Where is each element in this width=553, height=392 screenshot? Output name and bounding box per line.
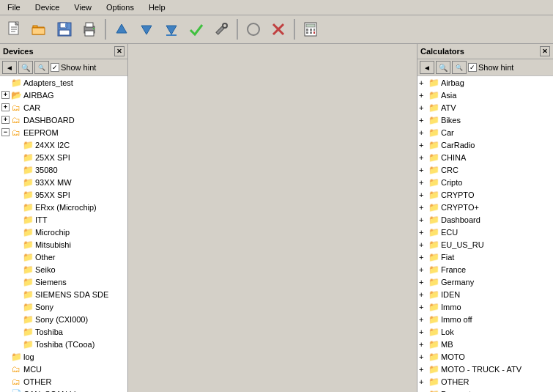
calc-item-eu_us_ru[interactable]: +📁EU_US_RU — [417, 238, 553, 251]
menu-file[interactable]: File — [3, 1, 25, 13]
calc-back-btn[interactable]: ◄ — [420, 61, 434, 74]
tree-item-sony_cxi000[interactable]: 📁Sony (CXI000) — [0, 313, 127, 325]
calculators-panel-close[interactable]: ✕ — [540, 46, 550, 56]
circle-button[interactable] — [242, 18, 265, 41]
tree-item-dashboard[interactable]: +🗂DASHBOARD — [0, 114, 127, 126]
tree-item-toshiba[interactable]: 📁Toshiba — [0, 325, 127, 338]
expand-spacer-other_calc: + — [419, 377, 427, 386]
calc-item-iden[interactable]: +📁IDEN — [417, 288, 553, 300]
calculators-panel-header: Calculators ✕ — [417, 44, 553, 59]
devices-search2-btn[interactable]: 🔍 — [34, 61, 49, 74]
calc-item-dashboard[interactable]: +📁Dashboard — [417, 213, 553, 226]
tree-label-adapters_test: Adapters_test — [23, 78, 73, 87]
devices-panel-close[interactable]: ✕ — [114, 46, 125, 56]
calc-item-atv[interactable]: +📁ATV — [417, 101, 553, 114]
tree-item-other_root[interactable]: 🗂OTHER — [0, 375, 127, 388]
expand-icon-dashboard[interactable]: + — [1, 116, 10, 124]
calc-item-cripto[interactable]: +📁Cripto — [417, 176, 553, 188]
expand-icon-airbag[interactable]: + — [1, 91, 10, 99]
tree-item-25xx_spi[interactable]: 📁25XX SPI — [0, 151, 127, 163]
folder-icon-itt: 📁 — [22, 215, 34, 224]
calc-item-airbag[interactable]: +📁Airbag — [417, 76, 553, 89]
calc-search2-btn[interactable]: 🔍 — [452, 61, 467, 74]
calc-item-crypto[interactable]: +📁CRYPTO — [417, 188, 553, 201]
show-hint-checkbox[interactable]: ✓ — [51, 63, 59, 72]
tree-item-mcu[interactable]: 🗂MCU — [0, 363, 127, 375]
calc-item-germany[interactable]: +📁Germany — [417, 275, 553, 288]
calc-item-china[interactable]: +📁CHINA — [417, 151, 553, 163]
tree-item-other[interactable]: 📁Other — [0, 251, 127, 263]
down-button[interactable] — [135, 18, 158, 41]
close-button[interactable] — [267, 18, 290, 41]
calc-item-car[interactable]: +📁Car — [417, 126, 553, 138]
tree-item-eeprom[interactable]: −🗂EEPROM — [0, 126, 127, 138]
svg-rect-28 — [310, 29, 312, 31]
tree-item-93xx_mw[interactable]: 📁93XX MW — [0, 176, 127, 188]
calc-item-mb[interactable]: +📁MB — [417, 338, 553, 350]
expand-icon-eeprom[interactable]: − — [1, 128, 10, 136]
show-hint-container: ✓ Show hint — [51, 63, 96, 72]
calc-item-moto[interactable]: +📁MOTO — [417, 350, 553, 363]
calc-item-bikes[interactable]: +📁Bikes — [417, 114, 553, 126]
calc-folder-icon-peugeot: 📁 — [428, 390, 439, 393]
up-button[interactable] — [110, 18, 133, 41]
calc-item-immo[interactable]: +📁Immo — [417, 300, 553, 313]
menu-device[interactable]: Device — [31, 1, 64, 13]
tree-item-adapters_test[interactable]: 📁Adapters_test — [0, 76, 127, 89]
calculators-list[interactable]: +📁Airbag+📁Asia+📁ATV+📁Bikes+📁Car+📁CarRadi… — [417, 76, 553, 392]
tree-item-itt[interactable]: 📁ITT — [0, 213, 127, 226]
calc-item-immo_off[interactable]: +📁Immo off — [417, 313, 553, 325]
folder-icon-93xx_mw: 📁 — [22, 178, 34, 187]
tree-item-erxx_microchip[interactable]: 📁ERxx (Microchip) — [0, 201, 127, 213]
tree-item-microchip[interactable]: 📁Microchip — [0, 226, 127, 238]
calc-item-car_radio[interactable]: +📁CarRadio — [417, 138, 553, 151]
menu-help[interactable]: Help — [144, 1, 170, 13]
devices-tree[interactable]: 📁Adapters_test+📂AIRBAG+🗂CAR+🗂DASHBOARD−🗂… — [0, 76, 127, 392]
tool-button[interactable] — [209, 18, 233, 41]
tree-item-car[interactable]: +🗂CAR — [0, 101, 127, 114]
menu-options[interactable]: Options — [102, 1, 138, 13]
tree-item-mitsubishi[interactable]: 📁Mitsubishi — [0, 238, 127, 251]
check-button[interactable] — [185, 18, 208, 41]
calc-item-fiat[interactable]: +📁Fiat — [417, 251, 553, 263]
calc-search-btn[interactable]: 🔍 — [436, 61, 450, 74]
calculator-button[interactable] — [299, 18, 322, 41]
expand-icon-car[interactable]: + — [1, 103, 10, 111]
calc-item-crypto_plus[interactable]: +📁CRYPTO+ — [417, 201, 553, 213]
calc-item-peugeot[interactable]: +📁Peugeot — [417, 388, 553, 392]
print-button[interactable] — [78, 18, 101, 41]
tree-item-24xx_i2c[interactable]: 📁24XX I2C — [0, 138, 127, 151]
tree-label-seiko: Seiko — [35, 265, 56, 274]
calc-item-ecu[interactable]: +📁ECU — [417, 226, 553, 238]
tree-label-other: Other — [35, 253, 56, 262]
calc-item-other_calc[interactable]: +📁OTHER — [417, 375, 553, 388]
open-button[interactable] — [28, 18, 51, 41]
calc-item-france[interactable]: +📁France — [417, 263, 553, 275]
devices-panel-toolbar: ◄ 🔍 🔍 ✓ Show hint — [0, 59, 127, 76]
save-button[interactable] — [53, 18, 76, 41]
calc-item-crc[interactable]: +📁CRC — [417, 163, 553, 176]
calc-folder-icon-immo: 📁 — [428, 303, 439, 311]
tree-item-siemens_sda_sde[interactable]: 📁SIEMENS SDA SDE — [0, 288, 127, 300]
menu-view[interactable]: View — [70, 1, 96, 13]
tree-item-sony[interactable]: 📁Sony — [0, 300, 127, 313]
tree-item-95xx_spi[interactable]: 📁95XX SPI — [0, 188, 127, 201]
down2-button[interactable] — [160, 18, 183, 41]
tree-item-log[interactable]: 📁log — [0, 350, 127, 363]
calc-item-lok[interactable]: +📁Lok — [417, 325, 553, 338]
calc-item-asia[interactable]: +📁Asia — [417, 89, 553, 101]
tree-item-can_scan_blr[interactable]: 📄CAN_SCAN.blr — [0, 388, 127, 392]
calc-item-moto_truck_atv[interactable]: +📁MOTO - TRUCK - ATV — [417, 363, 553, 375]
tree-item-siemens[interactable]: 📁Siemens — [0, 275, 127, 288]
new-button[interactable] — [3, 18, 26, 41]
tree-label-microchip: Microchip — [35, 228, 70, 237]
tree-item-seiko[interactable]: 📁Seiko — [0, 263, 127, 275]
svg-rect-32 — [313, 32, 315, 34]
devices-back-btn[interactable]: ◄ — [2, 61, 17, 74]
tree-item-35080[interactable]: 📁35080 — [0, 163, 127, 176]
devices-search-btn[interactable]: 🔍 — [18, 61, 33, 74]
tree-item-airbag[interactable]: +📂AIRBAG — [0, 89, 127, 101]
tree-item-toshiba_tcooa[interactable]: 📁Toshiba (TCooa) — [0, 338, 127, 350]
calc-show-hint-checkbox[interactable]: ✓ — [468, 63, 477, 72]
svg-marker-18 — [166, 26, 177, 34]
